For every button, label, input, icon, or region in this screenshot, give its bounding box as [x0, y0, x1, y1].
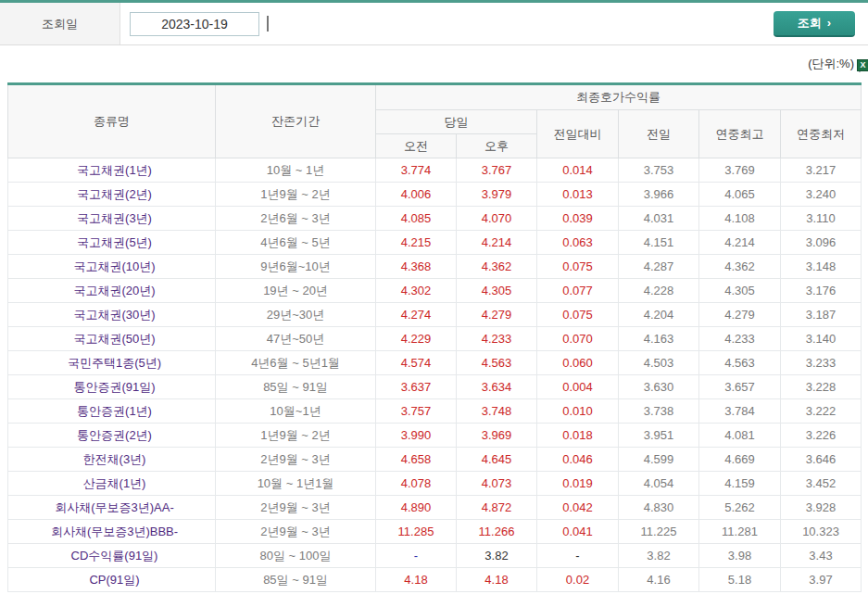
year-low-cell: 3.140 [781, 327, 862, 351]
diff-prev-day-cell: 0.077 [537, 279, 619, 303]
bond-type-cell: 국고채권(2년) [8, 183, 216, 207]
diff-prev-day-cell: 0.046 [537, 448, 619, 472]
diff-prev-day-cell: 0.02 [537, 568, 619, 592]
period-cell: 85일 ~ 91일 [216, 568, 376, 592]
diff-prev-day-cell: 0.019 [537, 472, 619, 496]
prev-day-cell: 4.16 [619, 568, 699, 592]
year-low-cell: 3.240 [781, 183, 862, 207]
pm-yield-cell: 4.645 [457, 448, 537, 472]
table-row: 통안증권(2년) 1년9월 ~ 2년 3.990 3.969 0.018 3.9… [8, 424, 862, 448]
pm-yield-cell: 4.233 [457, 327, 537, 351]
am-yield-cell: 4.078 [376, 472, 457, 496]
prev-day-cell: 3.630 [619, 375, 699, 399]
table-row: 국고채권(30년) 29년~30년 4.274 4.279 0.075 4.20… [8, 303, 862, 327]
year-high-cell: 4.108 [699, 207, 781, 231]
am-yield-cell: 4.006 [376, 183, 457, 207]
bond-type-cell: 통안증권(91일) [8, 375, 216, 399]
year-low-cell: 3.176 [781, 279, 862, 303]
period-cell: 2년9월 ~ 3년 [216, 448, 376, 472]
bond-type-cell: 국고채권(50년) [8, 327, 216, 351]
diff-prev-day-cell: 0.042 [537, 496, 619, 520]
header-today-group: 당일 [376, 110, 537, 134]
period-cell: 2년6월 ~ 3년 [216, 207, 376, 231]
excel-export-button[interactable]: X [859, 57, 861, 71]
pm-yield-cell: 4.305 [457, 279, 537, 303]
search-button[interactable]: 조회 › [774, 11, 855, 37]
diff-prev-day-cell: 0.039 [537, 207, 619, 231]
pm-yield-cell: 3.767 [457, 158, 537, 183]
table-row: 국민주택1종(5년) 4년6월 ~ 5년1월 4.574 4.563 0.060… [8, 351, 862, 375]
pm-yield-cell: 11.266 [457, 520, 537, 544]
period-cell: 19년 ~ 20년 [216, 279, 376, 303]
period-cell: 2년9월 ~ 3년 [216, 520, 376, 544]
year-high-cell: 4.233 [699, 327, 781, 351]
diff-prev-day-cell: 0.075 [537, 255, 619, 279]
year-low-cell: 3.187 [781, 303, 862, 327]
diff-prev-day-cell: 0.018 [537, 424, 619, 448]
am-yield-cell: - [376, 544, 457, 568]
year-high-cell: 4.362 [699, 255, 781, 279]
prev-day-cell: 4.031 [619, 207, 699, 231]
table-row: 산금채(1년) 10월 ~ 1년1월 4.078 4.073 0.019 4.0… [8, 472, 862, 496]
year-high-cell: 4.159 [699, 472, 781, 496]
bond-type-cell: 산금채(1년) [8, 472, 216, 496]
bond-type-cell: 국고채권(3년) [8, 207, 216, 231]
diff-prev-day-cell: 0.004 [537, 375, 619, 399]
prev-day-cell: 3.738 [619, 399, 699, 424]
table-row: CD수익률(91일) 80일 ~ 100일 - 3.82 - 3.82 3.98… [8, 544, 862, 568]
header-year-high: 연중최고 [699, 110, 781, 158]
bond-type-cell: CD수익률(91일) [8, 544, 216, 568]
year-high-cell: 4.279 [699, 303, 781, 327]
yield-table-wrap: 종류명 잔존기간 최종호가수익률 당일 전일대비 전일 연중최고 연중최저 오전… [7, 82, 861, 592]
pm-yield-cell: 4.214 [457, 231, 537, 255]
am-yield-cell: 4.368 [376, 255, 457, 279]
calendar-button[interactable] [267, 17, 269, 31]
unit-row: (단위:%) X [0, 45, 868, 82]
bond-type-cell: 회사채(무보증3년)AA- [8, 496, 216, 520]
header-final-yield-group: 최종호가수익률 [376, 84, 862, 110]
year-high-cell: 4.081 [699, 424, 781, 448]
prev-day-cell: 3.951 [619, 424, 699, 448]
bond-type-cell: 한전채(3년) [8, 448, 216, 472]
pm-yield-cell: 3.82 [457, 544, 537, 568]
table-row: 국고채권(5년) 4년6월 ~ 5년 4.215 4.214 0.063 4.1… [8, 231, 862, 255]
header-year-low: 연중최저 [781, 110, 862, 158]
table-row: 국고채권(10년) 9년6월~10년 4.368 4.362 0.075 4.2… [8, 255, 862, 279]
year-low-cell: 3.222 [781, 399, 862, 424]
bond-type-cell: CP(91일) [8, 568, 216, 592]
table-row: 한전채(3년) 2년9월 ~ 3년 4.658 4.645 0.046 4.59… [8, 448, 862, 472]
pm-yield-cell: 3.969 [457, 424, 537, 448]
year-low-cell: 3.97 [781, 568, 862, 592]
am-yield-cell: 4.18 [376, 568, 457, 592]
pm-yield-cell: 4.872 [457, 496, 537, 520]
prev-day-cell: 4.151 [619, 231, 699, 255]
year-high-cell: 3.769 [699, 158, 781, 183]
am-yield-cell: 4.658 [376, 448, 457, 472]
yield-table: 종류명 잔존기간 최종호가수익률 당일 전일대비 전일 연중최고 연중최저 오전… [7, 82, 862, 592]
diff-prev-day-cell: 0.010 [537, 399, 619, 424]
table-row: 통안증권(1년) 10월~1년 3.757 3.748 0.010 3.738 … [8, 399, 862, 424]
prev-day-cell: 4.287 [619, 255, 699, 279]
diff-prev-day-cell: 0.063 [537, 231, 619, 255]
table-row: 국고채권(20년) 19년 ~ 20년 4.302 4.305 0.077 4.… [8, 279, 862, 303]
prev-day-cell: 3.966 [619, 183, 699, 207]
year-high-cell: 3.657 [699, 375, 781, 399]
year-high-cell: 4.305 [699, 279, 781, 303]
diff-prev-day-cell: 0.075 [537, 303, 619, 327]
table-row: 국고채권(2년) 1년9월 ~ 2년 4.006 3.979 0.013 3.9… [8, 183, 862, 207]
search-button-label: 조회 [798, 15, 822, 32]
period-cell: 80일 ~ 100일 [216, 544, 376, 568]
am-yield-cell: 4.274 [376, 303, 457, 327]
pm-yield-cell: 4.073 [457, 472, 537, 496]
diff-prev-day-cell: 0.014 [537, 158, 619, 183]
prev-day-cell: 11.225 [619, 520, 699, 544]
period-cell: 29년~30년 [216, 303, 376, 327]
query-bar-body: 조회 › [120, 3, 868, 44]
period-cell: 1년9월 ~ 2년 [216, 183, 376, 207]
query-bar: 조회일 조회 › [0, 0, 868, 45]
date-input[interactable] [130, 12, 259, 36]
pm-yield-cell: 4.070 [457, 207, 537, 231]
prev-day-cell: 4.830 [619, 496, 699, 520]
diff-prev-day-cell: - [537, 544, 619, 568]
table-row: 국고채권(3년) 2년6월 ~ 3년 4.085 4.070 0.039 4.0… [8, 207, 862, 231]
